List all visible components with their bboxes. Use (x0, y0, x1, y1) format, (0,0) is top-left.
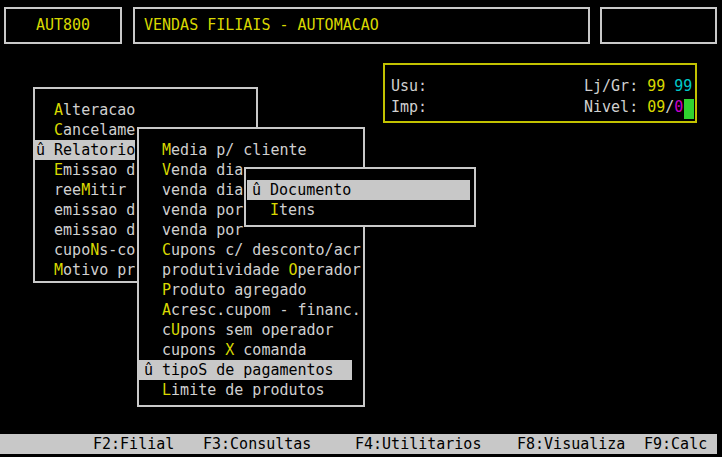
screen-title: VENDAS FILIAIS - AUTOMACAO (144, 15, 588, 35)
terminal-screen: AUT800 VENDAS FILIAIS - AUTOMACAO Usu:Lj… (0, 0, 722, 457)
menu-item-relatorio-10[interactable]: cupons X comanda (139, 340, 361, 360)
menu-item-relatorio-0[interactable]: Media p/ cliente (139, 140, 361, 160)
function-key-bar: F2:FilialF3:ConsultasF4:UtilitariosF8:Vi… (0, 434, 717, 454)
hotkey-letter: A (54, 101, 63, 119)
screen-title-box: VENDAS FILIAIS - AUTOMACAO (133, 7, 590, 44)
header-empty-box (600, 7, 717, 44)
program-code: AUT800 (6, 15, 120, 35)
fnkey-f8[interactable]: F8:Visualiza (517, 434, 625, 454)
menu-item-relatorio-11[interactable]: û tipoS de pagamentos (139, 360, 352, 380)
status-row-0: Usu:Lj/Gr: 99 99 (391, 76, 427, 96)
hotkey-letter: M (81, 181, 90, 199)
status-label: Usu: (391, 77, 427, 95)
fnkey-f2[interactable]: F2:Filial (93, 434, 174, 454)
menu-item-relatorio-12[interactable]: Limite de produtos (139, 380, 361, 400)
hotkey-letter: C (54, 121, 63, 139)
menu-item-relatorio-9[interactable]: cUpons sem operador (139, 320, 361, 340)
fnkey-f3[interactable]: F3:Consultas (203, 434, 311, 454)
hotkey-letter: U (171, 321, 180, 339)
menu-item-main-6[interactable]: emissao d (35, 220, 135, 240)
menu-item-relatorio-6[interactable]: produtividade Operador (139, 260, 361, 280)
status-value: Lj/Gr: 99 99 (584, 76, 692, 96)
hotkey-letter: O (289, 261, 298, 279)
menu-item-main-3[interactable]: Emissao d (35, 160, 135, 180)
fnkey-f9[interactable]: F9:Calc (644, 434, 707, 454)
hotkey-letter: X (225, 341, 234, 359)
menu-item-main-8[interactable]: Motivo pr (35, 260, 135, 280)
menu-item-main-2[interactable]: û Relatorio (35, 140, 135, 160)
menu-item-relatorio-7[interactable]: Produto agregado (139, 280, 361, 300)
hotkey-letter: E (54, 161, 63, 179)
menu-item-main-7[interactable]: cupoNs-co (35, 240, 135, 260)
status-panel: Usu:Lj/Gr: 99 99Imp:Nivel: 09/00 (383, 63, 697, 123)
hotkey-letter: A (162, 301, 171, 319)
hotkey-letter: M (162, 141, 171, 159)
menu-item-documento-1[interactable]: Itens (247, 200, 470, 220)
status-row-1: Imp:Nivel: 09/00 (391, 97, 427, 117)
program-code-box: AUT800 (4, 7, 122, 44)
hotkey-letter: C (162, 241, 171, 259)
hotkey-letter: V (162, 161, 171, 179)
status-label: Imp: (391, 98, 427, 116)
menu-item-relatorio-5[interactable]: Cupons c/ desconto/acr (139, 240, 361, 260)
hotkey-letter: P (162, 281, 171, 299)
menu-item-main-0[interactable]: Alteracao (35, 100, 135, 120)
text-cursor (684, 99, 694, 119)
hotkey-letter: I (270, 201, 279, 219)
hotkey-letter: L (162, 381, 171, 399)
menu-item-main-1[interactable]: Cancelame (35, 120, 135, 140)
fnkey-f4[interactable]: F4:Utilitarios (355, 434, 481, 454)
menu-item-main-4[interactable]: reeMitir (35, 180, 135, 200)
hotkey-letter: N (90, 241, 99, 259)
status-value: Nivel: 09/00 (584, 97, 692, 117)
menu-item-main-5[interactable]: emissao d (35, 200, 135, 220)
hotkey-letter: M (54, 261, 63, 279)
menu-item-relatorio-8[interactable]: Acresc.cupom - financ. (139, 300, 361, 320)
menu-item-documento-0[interactable]: û Documento (247, 180, 470, 200)
